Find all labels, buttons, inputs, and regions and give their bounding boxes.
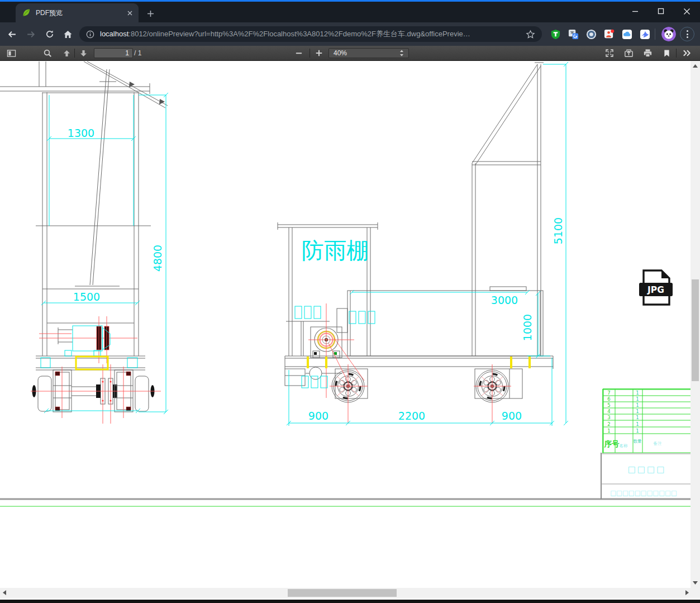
tb-title: □□□□	[628, 464, 666, 474]
ring-icon[interactable]	[585, 28, 597, 40]
dim-tank-width: 3000	[491, 294, 518, 306]
select-spinner-icon	[399, 50, 404, 56]
toolbar-separator	[74, 49, 75, 58]
front-view-structure	[0, 61, 168, 412]
tb-row-qty: 1	[636, 421, 639, 427]
tb-row-no: 5	[607, 402, 610, 408]
jpg-file-icon[interactable]: JPG	[639, 270, 673, 305]
forward-button[interactable]	[23, 27, 38, 41]
tb-header-note: 备注	[654, 441, 663, 446]
bookmark-icon[interactable]	[660, 48, 673, 59]
side-view-dimensions: 防雨棚 3000 1000 5100 900 2200 900	[287, 62, 568, 426]
front-view-dimensions: 1300 4800 1500	[41, 93, 168, 414]
reload-button[interactable]	[42, 27, 57, 41]
cad-drawing: 1300 4800 1500	[0, 61, 691, 588]
tab-close-icon[interactable]	[125, 8, 134, 17]
close-window-button[interactable]	[678, 4, 695, 18]
print-icon[interactable]	[641, 48, 654, 59]
page-down-icon[interactable]	[77, 48, 89, 59]
sheet-border	[0, 453, 691, 506]
scroll-right-icon[interactable]	[685, 590, 689, 595]
cloud-icon[interactable]	[621, 28, 633, 40]
tb-header-no: 序号	[604, 439, 620, 448]
tb-row-qty: 1	[636, 428, 639, 434]
dim-front-width: 1300	[68, 127, 94, 139]
back-button[interactable]	[4, 27, 19, 41]
toolbar-separator	[655, 29, 655, 40]
home-button[interactable]	[60, 27, 75, 41]
scroll-left-icon[interactable]	[3, 590, 6, 595]
tb-row-qty: 1	[636, 396, 639, 402]
kebab-menu-icon[interactable]	[680, 27, 694, 41]
tb-row-no: 4	[607, 409, 610, 414]
profile-avatar[interactable]	[661, 27, 676, 41]
pdf-toolbar: / 1 40%	[0, 46, 700, 61]
tb-row-qty: 1	[636, 409, 639, 414]
url-host: localhost	[100, 30, 128, 38]
page-number-input[interactable]	[94, 48, 133, 58]
info-icon[interactable]	[86, 30, 94, 39]
sidebar-toggle-icon[interactable]	[5, 48, 17, 59]
scroll-down-icon[interactable]	[693, 581, 698, 585]
fullscreen-icon[interactable]	[603, 48, 616, 59]
scroll-up-icon[interactable]	[693, 64, 698, 68]
page-count-label: / 1	[134, 49, 141, 57]
side-view-structure	[278, 63, 553, 398]
tb-subtitle: □□□□□□□□□□□	[610, 489, 677, 497]
dim-tank-height: 1000	[521, 314, 534, 341]
toolbar-separator	[309, 49, 310, 58]
tb-row-no: 1	[607, 428, 610, 434]
vertical-scroll-thumb[interactable]	[692, 279, 699, 381]
toolbar-separator	[676, 49, 677, 58]
horizontal-scrollbar[interactable]	[0, 588, 700, 598]
tb-row-qty: 1	[636, 415, 639, 420]
tab-title: PDF预览	[36, 8, 125, 18]
dim-right-span: 900	[502, 410, 522, 422]
pdf-page-view[interactable]: 1300 4800 1500	[0, 61, 700, 603]
url-text[interactable]: localhost:8012/onlinePreview?url=http%3A…	[100, 29, 526, 39]
horizontal-scroll-thumb[interactable]	[288, 589, 397, 597]
zoom-value: 40%	[334, 49, 399, 57]
red-network-icon[interactable]	[603, 28, 615, 40]
browser-toolbar: localhost:8012/onlinePreview?url=http%3A…	[0, 22, 700, 46]
vertical-scrollbar[interactable]	[691, 61, 700, 588]
title-block: 7 6 5 4 3 2 1 1 1 1 1 1 1 1 序号 名称 数量 备注	[601, 389, 691, 497]
spring-leaf-icon	[22, 8, 31, 17]
address-bar[interactable]: localhost:8012/onlinePreview?url=http%3A…	[79, 26, 542, 42]
tb-row-qty: 1	[636, 390, 639, 396]
window-bottom-edge	[0, 600, 700, 603]
tb-row-qty: 1	[636, 402, 639, 408]
label-rain-shelter: 防雨棚	[302, 238, 369, 263]
dim-left-span: 900	[308, 410, 328, 422]
translate-icon[interactable]	[567, 28, 579, 40]
url-path: :8012/onlinePreview?url=http%3A%2F%2Floc…	[128, 30, 470, 38]
search-icon[interactable]	[41, 48, 54, 59]
open-file-icon[interactable]	[622, 48, 635, 59]
page-up-icon[interactable]	[60, 48, 73, 59]
dim-front-height: 4800	[151, 245, 164, 272]
star-icon[interactable]	[526, 30, 535, 39]
tb-row-no: 2	[607, 421, 610, 427]
zoom-in-icon[interactable]	[313, 48, 325, 59]
tb-row-no: 6	[607, 396, 610, 402]
dim-side-height: 5100	[552, 217, 564, 244]
tools-chevron-icon[interactable]	[680, 48, 693, 59]
new-tab-button[interactable]	[144, 7, 156, 20]
maximize-button[interactable]	[653, 4, 669, 18]
dim-mid-span: 2200	[398, 410, 425, 422]
shield-t-icon[interactable]	[549, 28, 561, 40]
minimize-button[interactable]	[627, 4, 644, 18]
tb-header-name: 名称	[620, 443, 628, 448]
tb-row-no: 3	[607, 415, 610, 420]
titlebar: PDF预览	[0, 2, 700, 22]
side-view-centerlines	[308, 303, 511, 424]
zoom-out-icon[interactable]	[293, 48, 305, 59]
tb-row-no: 7	[607, 390, 610, 396]
zoom-select[interactable]: 40%	[328, 48, 409, 58]
bird-icon[interactable]	[639, 28, 651, 40]
dim-front-inner: 1500	[73, 291, 100, 303]
browser-tab[interactable]: PDF预览	[16, 3, 139, 22]
jpg-badge-label: JPG	[647, 285, 664, 295]
tb-header-qty: 数量	[634, 439, 642, 444]
